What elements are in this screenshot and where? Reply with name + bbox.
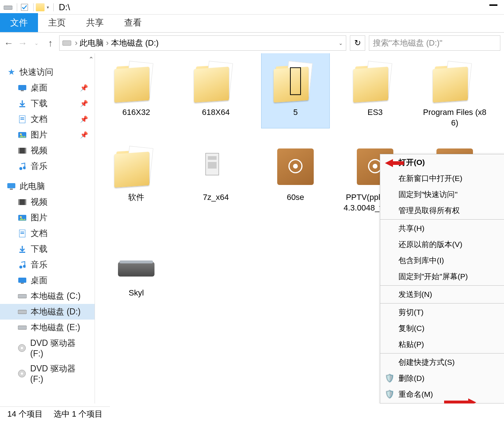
item-icon [18,308,27,316]
sidebar-item-pc[interactable]: 视频 [0,194,95,210]
forward-button[interactable]: → [18,38,28,48]
file-item[interactable]: 软件 [102,138,170,224]
sidebar-item-quick[interactable]: 桌面 📌 [0,80,95,96]
chevron-right-icon[interactable]: › [106,38,108,48]
sidebar-head-quick[interactable]: ★ 快速访问 [0,64,95,80]
shield-icon: 🛡️ [385,390,394,399]
sidebar-item-pc[interactable]: 音乐 [0,257,95,273]
file-name: Program Files (x86) [421,107,489,128]
menu-item[interactable]: 管理员取得所有权 [380,202,504,219]
pin-icon: 📌 [80,100,88,108]
menu-separator [380,303,504,304]
menu-item[interactable]: 复制(C) [380,320,504,336]
file-item[interactable]: 616X32 [102,53,170,128]
status-bar: 14 个项目 选中 1 个项目 [0,406,110,421]
file-icon [112,141,160,192]
menu-item-label: 打开(O) [398,157,425,167]
file-item[interactable]: ES3 [341,53,409,128]
sidebar-item-quick[interactable]: 视频 [0,143,95,158]
sidebar-item-label: 桌面 [31,275,47,286]
refresh-button[interactable]: ↻ [350,35,365,51]
history-button[interactable]: ⌄ [31,38,42,48]
sidebar-item-quick[interactable]: 下载 📌 [0,96,95,111]
svg-point-14 [23,166,26,169]
menu-item[interactable]: 剪切(T) [380,304,504,320]
menu-separator [380,285,504,286]
svg-rect-32 [18,326,27,329]
menu-item-label: 共享(H) [398,223,424,233]
address-bar[interactable]: › 此电脑 › 本地磁盘 (D:) ⌄ [59,35,346,51]
svg-point-36 [21,372,23,375]
menu-item[interactable]: 创建快捷方式(S) [380,354,504,370]
sidebar-item-pc[interactable]: DVD 驱动器 (F:) [0,361,95,386]
tab-view[interactable]: 查看 [114,13,152,32]
menu-item[interactable]: 固定到"快速访问" [380,186,504,202]
menu-separator [380,219,504,220]
svg-rect-11 [18,148,20,154]
sidebar-item-quick[interactable]: 音乐 [0,158,95,174]
search-input[interactable]: 搜索"本地磁盘 (D:)" [369,35,500,51]
svg-rect-3 [21,90,24,91]
menu-item[interactable]: 固定到"开始"屏幕(P) [380,269,504,285]
chevron-down-icon[interactable]: ⌄ [339,40,343,46]
sidebar-item-pc[interactable]: 本地磁盘 (D:) [0,304,95,320]
file-item[interactable]: Program Files (x86) [421,53,489,128]
breadcrumb-pc[interactable]: 此电脑 [77,38,106,49]
file-item[interactable]: 618X64 [182,53,250,128]
file-item[interactable]: 5 [261,53,329,128]
menu-item[interactable]: 打开(O) [380,154,504,170]
menu-item-label: 固定到"快速访问" [398,189,458,200]
menu-item[interactable]: 在新窗口中打开(E) [380,170,504,186]
svg-point-27 [23,265,26,268]
menu-item[interactable]: 🛡️ 删除(D) [380,370,504,386]
sidebar-head-pc[interactable]: 此电脑 [0,178,95,194]
menu-item[interactable]: 发送到(N) › [380,286,504,302]
sidebar-item-label: DVD 驱动器 (F:) [30,363,88,384]
sidebar-item-pc[interactable]: 桌面 [0,273,95,288]
sidebar-item-pc[interactable]: 本地磁盘 (E:) [0,320,95,335]
sidebar-item-label: 视频 [31,196,47,208]
file-name: 软件 [127,192,146,203]
sidebar-item-pc[interactable]: 图片 [0,210,95,225]
item-icon [18,370,27,378]
file-item[interactable]: ⦿ 60se [261,138,329,224]
breadcrumb-drive[interactable]: 本地磁盘 (D:) [109,38,161,49]
sidebar-item-label: 下载 [31,243,47,255]
svg-point-21 [20,216,22,218]
sidebar-item-label: 下载 [31,98,47,109]
tab-home[interactable]: 主页 [38,13,76,32]
chevron-right-icon[interactable]: › [75,38,77,48]
menu-separator [380,403,504,403]
file-item[interactable]: 7z_x64 [182,138,250,224]
item-icon [18,162,27,170]
svg-rect-19 [25,199,26,205]
back-button[interactable]: ← [4,38,14,48]
up-button[interactable]: ↑ [45,38,56,48]
menu-item[interactable]: 还原以前的版本(V) [380,236,504,252]
sidebar-item-quick[interactable]: 文档 📌 [0,111,95,127]
tab-file[interactable]: 文件 [0,13,38,32]
sidebar-item-pc[interactable]: DVD 驱动器 (F:) [0,335,95,361]
dropdown-icon[interactable]: ▾ [47,5,49,10]
menu-item[interactable]: 🛡️ 重命名(M) [380,386,504,402]
content-area[interactable]: 616X32 618X64 5 ES3 Program Files (x86) … [95,53,504,403]
sidebar-item-pc[interactable]: 文档 [0,225,95,241]
scroll-up-icon[interactable]: ⌃ [88,55,94,63]
sidebar-head-label: 此电脑 [20,181,45,192]
drive-icon [62,40,71,46]
sidebar-item-pc[interactable]: 下载 [0,241,95,257]
minimize-button[interactable] [489,4,497,6]
sidebar-head-label: 快速访问 [20,66,53,78]
checkbox-icon[interactable] [19,3,30,11]
menu-item[interactable]: 共享(H) › [380,220,504,236]
file-item[interactable]: Skyl [102,234,170,298]
sidebar-item-pc[interactable]: 本地磁盘 (C:) [0,288,95,304]
file-name: Skyl [127,288,145,298]
tab-share[interactable]: 共享 [76,13,114,32]
menu-item[interactable]: 包含到库中(I) › [380,252,504,269]
file-icon [351,56,399,107]
file-icon [431,56,478,107]
status-count: 14 个项目 [7,409,43,420]
menu-item[interactable]: 粘贴(P) [380,336,504,352]
sidebar-item-quick[interactable]: 图片 📌 [0,127,95,143]
